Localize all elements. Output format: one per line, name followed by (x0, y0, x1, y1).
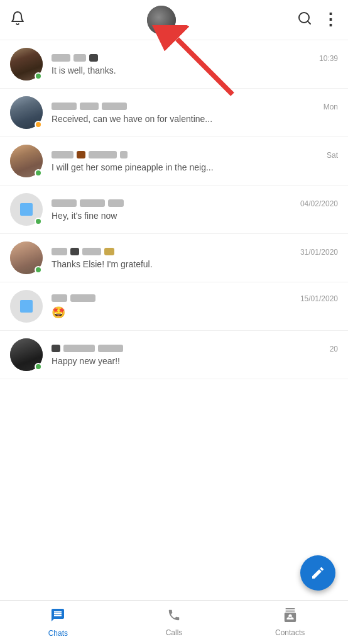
chat-name-row: Mon (52, 101, 338, 111)
name-block (89, 54, 98, 62)
chat-time: 31/01/2020 (300, 247, 338, 257)
name-block (102, 103, 127, 110)
name-block (52, 199, 77, 207)
name-block (108, 199, 124, 207)
chat-time: Sat (327, 150, 338, 160)
nav-item-chats[interactable]: Chats (0, 602, 116, 643)
chat-item[interactable]: 31/01/2020 Thanks Elsie! I'm grateful. (0, 234, 348, 282)
chat-time: 15/01/2020 (300, 293, 338, 303)
chat-message: Thanks Elsie! I'm grateful. (52, 259, 338, 269)
chat-content: 04/02/2020 Hey, it's fine now (52, 198, 338, 221)
online-status-dot (35, 218, 42, 225)
name-block (63, 345, 95, 352)
name-block (104, 248, 114, 255)
chat-item[interactable]: 10:39 It is well, thanks. (0, 40, 348, 89)
online-status-dot (35, 266, 42, 274)
chat-name-blur (52, 248, 295, 255)
name-block (98, 345, 123, 352)
chat-time: Mon (324, 101, 338, 111)
chat-item[interactable]: 15/01/2020 🤩 (0, 282, 348, 331)
chat-name-row: 15/01/2020 (52, 293, 338, 303)
calls-nav-icon (167, 608, 181, 626)
chat-content: 15/01/2020 🤩 (52, 293, 338, 319)
profile-online-dot (168, 27, 176, 35)
chat-content: 31/01/2020 Thanks Elsie! I'm grateful. (52, 247, 338, 269)
online-status-dot (35, 363, 42, 370)
chat-name-row: 10:39 (52, 53, 338, 63)
avatar-wrap (10, 290, 43, 323)
chat-time: 10:39 (319, 53, 338, 63)
chat-item[interactable]: 04/02/2020 Hey, it's fine now (0, 186, 348, 234)
online-status-dot (35, 72, 42, 80)
chats-nav-icon (50, 608, 65, 626)
chat-message: 🤩 (52, 306, 338, 319)
profile-avatar-wrap[interactable] (147, 6, 176, 35)
chat-list: 10:39 It is well, thanks. Mon Received, … (0, 40, 348, 600)
chat-name-blur (52, 103, 318, 110)
avatar-wrap (10, 48, 43, 80)
name-block (89, 151, 117, 158)
header: ⋮ (0, 0, 348, 40)
avatar-wrap (10, 193, 43, 226)
contacts-nav-label: Contacts (275, 628, 305, 637)
chat-name-row: 20 (52, 343, 338, 353)
chat-name-blur (52, 54, 314, 62)
chat-name-blur (52, 151, 322, 158)
chat-name-blur (52, 199, 295, 207)
chat-name-blur (52, 294, 295, 302)
header-right-icons: ⋮ (297, 10, 338, 30)
name-block (80, 103, 99, 110)
nav-item-contacts[interactable]: Contacts (232, 603, 348, 642)
avatar-placeholder-square (20, 300, 33, 313)
online-status-dot (35, 169, 42, 177)
chat-item[interactable]: Mon Received, can we have on for valenti… (0, 89, 348, 137)
chat-content: Mon Received, can we have on for valenti… (52, 101, 338, 124)
more-icon[interactable]: ⋮ (322, 10, 338, 30)
name-block (73, 54, 86, 62)
chat-message: Happy new year!! (52, 356, 338, 366)
name-block (70, 294, 95, 302)
chat-message: It is well, thanks. (52, 65, 338, 75)
name-block (52, 248, 67, 255)
online-status-dot (35, 121, 42, 128)
chat-message: Received, can we have on for valentine..… (52, 114, 338, 124)
svg-line-1 (308, 21, 310, 23)
chat-content: 10:39 It is well, thanks. (52, 53, 338, 75)
bell-icon[interactable] (10, 11, 25, 30)
chat-time: 20 (330, 343, 338, 353)
avatar-wrap (10, 242, 43, 274)
avatar (10, 290, 43, 323)
name-block (52, 151, 73, 158)
name-block (82, 248, 101, 255)
avatar-wrap (10, 145, 43, 177)
chat-name-blur (52, 345, 325, 352)
chat-content: Sat I will get her some pineapple in the… (52, 150, 338, 172)
chat-content: 20 Happy new year!! (52, 343, 338, 366)
avatar-wrap (10, 96, 43, 129)
search-icon[interactable] (297, 11, 312, 30)
chat-message: I will get her some pineapple in the nei… (52, 162, 338, 172)
name-block (120, 151, 128, 158)
name-block (80, 199, 105, 207)
chats-nav-label: Chats (48, 629, 68, 638)
name-block (77, 151, 85, 158)
name-block (52, 103, 77, 110)
chat-item[interactable]: 20 Happy new year!! (0, 331, 348, 379)
name-block (52, 294, 67, 302)
chat-message: Hey, it's fine now (52, 211, 338, 221)
chat-name-row: 04/02/2020 (52, 198, 338, 208)
bottom-navigation: Chats Calls Contacts (0, 600, 348, 644)
chat-name-row: 31/01/2020 (52, 247, 338, 257)
name-block (52, 345, 60, 352)
contacts-nav-icon (283, 608, 297, 626)
chat-item[interactable]: Sat I will get her some pineapple in the… (0, 137, 348, 186)
avatar-wrap (10, 338, 43, 371)
avatar-placeholder-square (20, 203, 33, 216)
chat-name-row: Sat (52, 150, 338, 160)
emoji-message: 🤩 (52, 306, 65, 319)
nav-item-calls[interactable]: Calls (116, 603, 232, 642)
compose-fab-button[interactable] (300, 555, 335, 591)
calls-nav-label: Calls (166, 628, 183, 637)
chat-time: 04/02/2020 (300, 198, 338, 208)
name-block (52, 54, 70, 62)
